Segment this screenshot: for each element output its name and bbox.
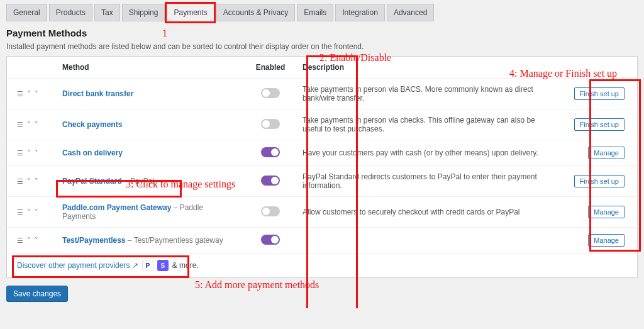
method-subtitle: – PayPal [122, 177, 154, 186]
col-actions [562, 57, 637, 79]
move-down-icon[interactable]: ˅ [35, 150, 38, 157]
move-down-icon[interactable]: ˅ [35, 237, 38, 244]
move-down-icon[interactable]: ˅ [35, 121, 38, 128]
move-up-icon[interactable]: ˄ [27, 178, 31, 185]
method-link[interactable]: Test/Paymentless [62, 236, 126, 245]
move-down-icon[interactable]: ˅ [35, 91, 38, 98]
settings-tabs: GeneralProductsTaxShippingPaymentsAccoun… [6, 4, 638, 21]
enabled-toggle[interactable] [261, 119, 280, 129]
move-up-icon[interactable]: ˄ [27, 237, 31, 244]
row-action-button[interactable]: Finish set up [574, 87, 625, 100]
move-down-icon[interactable]: ˅ [35, 209, 38, 216]
tab-tax[interactable]: Tax [94, 4, 120, 21]
method-subtitle: – Test/Paymentless gateway [126, 236, 223, 245]
row-action-button[interactable]: Finish set up [574, 118, 625, 131]
method-link[interactable]: PayPal Standard [62, 177, 122, 186]
tab-shipping[interactable]: Shipping [122, 4, 165, 21]
external-link-icon: ↗ [132, 261, 138, 270]
paypal-icon: P [142, 260, 153, 271]
method-link[interactable]: Direct bank transfer [62, 89, 133, 98]
settings-page: GeneralProductsTaxShippingPaymentsAccoun… [0, 4, 644, 308]
page-title: Payment Methods [6, 28, 638, 38]
col-method: Method [56, 57, 245, 79]
table-row: ☰˄˅Check paymentsTake payments in person… [7, 109, 637, 140]
col-description: Description [296, 57, 562, 79]
tab-advanced[interactable]: Advanced [387, 4, 434, 21]
drag-handle-icon[interactable]: ☰ [17, 91, 23, 98]
discover-link[interactable]: Discover other payment providers ↗ [17, 261, 138, 270]
tab-emails[interactable]: Emails [297, 4, 333, 21]
annotation-5: 5: Add more payment methods [195, 279, 319, 291]
row-action-button[interactable]: Manage [588, 206, 625, 218]
stripe-icon: S [157, 260, 169, 271]
row-action-button[interactable]: Finish set up [574, 175, 625, 187]
method-link[interactable]: Check payments [62, 120, 122, 129]
drag-handle-icon[interactable]: ☰ [17, 237, 23, 244]
tab-integration[interactable]: Integration [335, 4, 385, 21]
method-description: Take payments in person via checks. This… [303, 116, 535, 133]
method-description: PayPal Standard redirects customers to P… [303, 172, 537, 190]
save-button[interactable]: Save changes [6, 286, 68, 302]
drag-handle-icon[interactable]: ☰ [17, 178, 23, 185]
payment-methods-table: Method Enabled Description ☰˄˅Direct ban… [6, 56, 638, 278]
table-row: ☰˄˅Test/Paymentless – Test/Paymentless g… [7, 228, 637, 254]
col-sort [7, 57, 56, 79]
table-row: ☰˄˅Direct bank transferTake payments in … [7, 79, 637, 109]
drag-handle-icon[interactable]: ☰ [17, 209, 23, 216]
move-down-icon[interactable]: ˅ [35, 178, 38, 185]
move-up-icon[interactable]: ˄ [27, 91, 31, 98]
enabled-toggle[interactable] [261, 176, 280, 186]
enabled-toggle[interactable] [261, 235, 280, 245]
table-row: ☰˄˅Paddle.com Payment Gateway – Paddle P… [7, 197, 637, 228]
tab-products[interactable]: Products [49, 4, 92, 21]
tab-payments[interactable]: Payments [167, 4, 214, 21]
discover-bar: Discover other payment providers ↗ P S &… [7, 253, 637, 277]
move-up-icon[interactable]: ˄ [27, 121, 31, 128]
table-row: ☰˄˅Cash on deliveryHave your customers p… [7, 140, 637, 166]
drag-handle-icon[interactable]: ☰ [17, 121, 23, 128]
enabled-toggle[interactable] [261, 206, 280, 216]
table-row: ☰˄˅PayPal Standard – PayPalPayPal Standa… [7, 166, 637, 197]
enabled-toggle[interactable] [261, 147, 280, 157]
method-link[interactable]: Cash on delivery [62, 148, 123, 157]
method-link[interactable]: Paddle.com Payment Gateway [62, 203, 171, 212]
tab-accounts-privacy[interactable]: Accounts & Privacy [216, 4, 295, 21]
enabled-toggle[interactable] [261, 88, 280, 98]
method-description: Allow customers to securely checkout wit… [303, 208, 519, 216]
col-enabled: Enabled [245, 57, 296, 79]
row-action-button[interactable]: Manage [588, 234, 625, 247]
method-description: Have your customers pay with cash (or by… [303, 148, 538, 157]
method-description: Take payments in person via BACS. More c… [303, 85, 533, 103]
row-action-button[interactable]: Manage [588, 147, 625, 159]
page-subtitle: Installed payment methods are listed bel… [6, 42, 638, 51]
move-up-icon[interactable]: ˄ [27, 209, 31, 216]
discover-more-text: & more. [172, 261, 199, 270]
move-up-icon[interactable]: ˄ [27, 150, 31, 157]
drag-handle-icon[interactable]: ☰ [17, 150, 23, 157]
tab-general[interactable]: General [6, 4, 47, 21]
